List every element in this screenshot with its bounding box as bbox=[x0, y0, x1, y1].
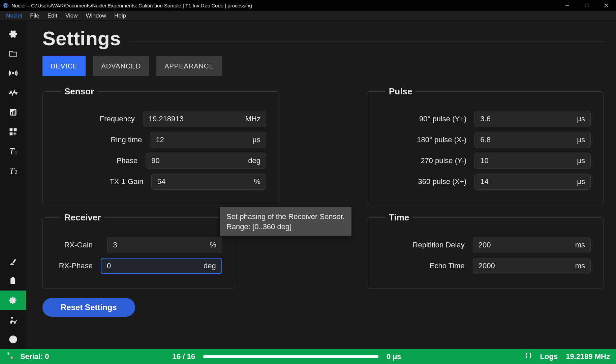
unit-pulse180: µs bbox=[577, 135, 585, 144]
status-freq: 19.2189 MHz bbox=[566, 352, 610, 361]
legend-pulse: Pulse bbox=[386, 86, 415, 97]
legend-sensor: Sensor bbox=[61, 86, 97, 97]
menu-view[interactable]: View bbox=[61, 11, 82, 21]
label-repdelay: Repitition Delay bbox=[380, 241, 465, 249]
input-repdelay[interactable]: ms bbox=[473, 237, 591, 253]
title-rule bbox=[129, 41, 604, 41]
sidebar-item-atom[interactable] bbox=[0, 24, 26, 44]
label-frequency: Frequency bbox=[56, 115, 135, 123]
maximize-button[interactable] bbox=[577, 0, 596, 11]
input-echotime[interactable]: ms bbox=[473, 258, 591, 274]
label-rxgain: RX-Gain bbox=[56, 241, 93, 249]
tab-advanced[interactable]: ADVANCED bbox=[93, 56, 149, 76]
sidebar-item-t2[interactable]: T2 bbox=[0, 161, 26, 181]
sidebar-item-help[interactable] bbox=[0, 330, 26, 349]
tabs: DEVICE ADVANCED APPEARANCE bbox=[42, 56, 604, 76]
group-sensor: Sensor Frequency MHz Ring time µs bbox=[42, 86, 279, 204]
label-pulse90: 90° pulse (Y+) bbox=[380, 115, 466, 123]
tooltip-line1: Set phasing of the Receiver Sensor. bbox=[226, 212, 345, 222]
input-pulse180[interactable]: µs bbox=[474, 132, 591, 148]
unit-pulse360: µs bbox=[577, 177, 585, 186]
unit-phase: deg bbox=[248, 156, 260, 165]
tab-appearance[interactable]: APPEARANCE bbox=[156, 56, 222, 76]
tab-device[interactable]: DEVICE bbox=[42, 56, 86, 76]
sidebar-item-add-widget[interactable] bbox=[0, 122, 26, 142]
group-pulse: Pulse 90° pulse (Y+) µs 180° pulse (X-) … bbox=[367, 86, 604, 204]
input-tx1gain[interactable]: % bbox=[151, 174, 266, 190]
input-phase-field[interactable] bbox=[151, 156, 244, 165]
menu-window[interactable]: Window bbox=[82, 11, 110, 21]
input-frequency[interactable]: MHz bbox=[143, 111, 266, 127]
window-title: Nuclei – C:\Users\WAR\Documents\Nuclei E… bbox=[11, 3, 252, 8]
input-rxphase[interactable]: deg bbox=[101, 258, 222, 274]
menu-file[interactable]: File bbox=[26, 11, 43, 21]
unit-pulse90: µs bbox=[577, 115, 585, 123]
input-pulse270[interactable]: µs bbox=[474, 153, 591, 169]
sidebar-item-folder[interactable] bbox=[0, 44, 26, 63]
input-rxphase-field[interactable] bbox=[107, 262, 199, 270]
input-ringtime[interactable]: µs bbox=[150, 132, 266, 148]
label-rxphase: RX-Phase bbox=[56, 262, 93, 270]
svg-rect-18 bbox=[14, 128, 17, 131]
unit-echotime: ms bbox=[575, 262, 585, 270]
statusbar: Serial: 0 16 / 16 0 µs Logs 19.2189 MHz bbox=[0, 349, 616, 364]
sidebar-item-waveform[interactable] bbox=[0, 83, 26, 102]
svg-rect-19 bbox=[10, 132, 13, 135]
label-pulse360: 360 pulse (X+) bbox=[380, 177, 466, 186]
unit-tx1gain: % bbox=[254, 177, 260, 186]
minimize-button[interactable] bbox=[557, 0, 577, 11]
group-receiver: Receiver RX-Gain % RX-Phase deg bbox=[42, 212, 235, 289]
svg-point-12 bbox=[12, 72, 14, 74]
status-progress-text: 16 / 16 bbox=[173, 352, 195, 361]
status-logs[interactable]: Logs bbox=[540, 352, 558, 361]
menu-nuclei[interactable]: Nuclei bbox=[2, 11, 26, 21]
page-title: Settings bbox=[42, 27, 121, 50]
input-ringtime-field[interactable] bbox=[156, 135, 248, 144]
sidebar-item-dig[interactable] bbox=[0, 251, 26, 271]
close-button[interactable] bbox=[596, 0, 616, 11]
reset-settings-button[interactable]: Reset Settings bbox=[42, 298, 135, 317]
input-rxgain-field[interactable] bbox=[113, 241, 206, 249]
label-tx1gain: TX-1 Gain bbox=[56, 177, 143, 186]
label-pulse270: 270 pulse (Y-) bbox=[380, 156, 466, 165]
menu-help[interactable]: Help bbox=[110, 11, 130, 21]
svg-rect-16 bbox=[14, 110, 16, 115]
svg-rect-14 bbox=[11, 112, 12, 115]
sidebar-item-battery[interactable] bbox=[0, 271, 26, 291]
label-echotime: Echo Time bbox=[380, 262, 465, 270]
svg-point-0 bbox=[5, 5, 7, 6]
status-serial: Serial: 0 bbox=[20, 352, 49, 361]
input-pulse90[interactable]: µs bbox=[474, 111, 591, 127]
tooltip-rxphase: Set phasing of the Receiver Sensor. Rang… bbox=[220, 207, 351, 236]
input-pulse360[interactable]: µs bbox=[474, 174, 591, 190]
unit-rxgain: % bbox=[210, 241, 216, 249]
sidebar-item-settings[interactable] bbox=[0, 291, 26, 310]
input-phase[interactable]: deg bbox=[146, 153, 266, 169]
input-tx1gain-field[interactable] bbox=[157, 177, 250, 186]
group-time: Time Repitition Delay ms Echo Time ms bbox=[367, 212, 604, 289]
legend-time: Time bbox=[386, 212, 412, 223]
titlebar: Nuclei – C:\Users\WAR\Documents\Nuclei E… bbox=[0, 0, 616, 11]
input-pulse90-field[interactable] bbox=[480, 115, 573, 123]
legend-receiver: Receiver bbox=[61, 212, 104, 223]
input-repdelay-field[interactable] bbox=[479, 241, 571, 249]
sidebar-item-t1[interactable]: T1 bbox=[0, 142, 26, 161]
sync-icon bbox=[6, 352, 14, 362]
sidebar-item-child[interactable] bbox=[0, 310, 26, 330]
sidebar-item-chart[interactable] bbox=[0, 102, 26, 122]
unit-frequency: MHz bbox=[245, 115, 260, 123]
svg-rect-15 bbox=[13, 111, 14, 115]
input-pulse180-field[interactable] bbox=[480, 135, 573, 144]
sidebar-item-broadcast[interactable] bbox=[0, 63, 26, 83]
input-rxgain[interactable]: % bbox=[107, 237, 222, 253]
input-echotime-field[interactable] bbox=[479, 262, 571, 270]
status-time: 0 µs bbox=[387, 352, 401, 361]
unit-rxphase: deg bbox=[204, 262, 216, 270]
menu-edit[interactable]: Edit bbox=[43, 11, 61, 21]
input-pulse270-field[interactable] bbox=[480, 156, 573, 165]
input-frequency-field[interactable] bbox=[149, 115, 241, 123]
unit-ringtime: µs bbox=[252, 135, 260, 144]
label-ringtime: Ring time bbox=[56, 135, 142, 144]
svg-point-22 bbox=[11, 317, 13, 318]
input-pulse360-field[interactable] bbox=[480, 177, 573, 186]
